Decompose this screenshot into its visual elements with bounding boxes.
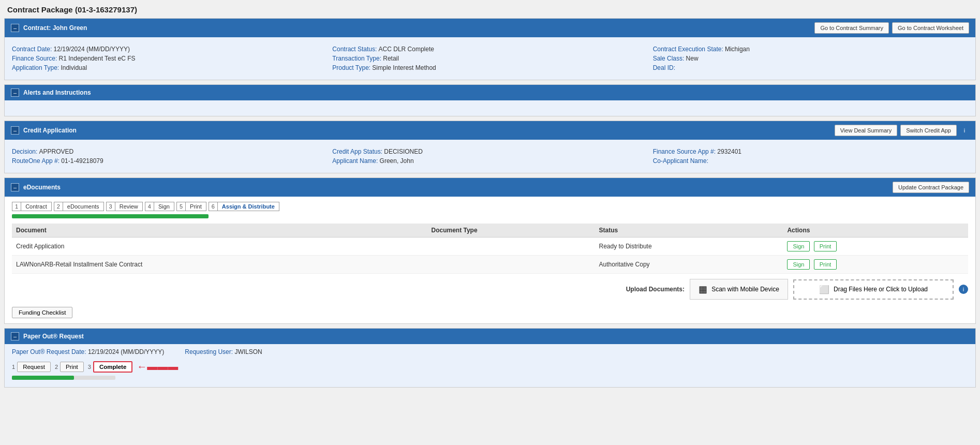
edocs-steps-bar: 1 Contract 2 eDocuments 3 Review 4 Sign … bbox=[12, 202, 968, 211]
paper-requesting-user-value: JWILSON bbox=[234, 348, 262, 355]
paper-out-collapse-btn[interactable]: – bbox=[11, 332, 19, 340]
transaction-type-label: Transaction Type: bbox=[332, 55, 381, 62]
step-4-label[interactable]: Sign bbox=[154, 202, 174, 211]
paper-out-section: – Paper Out® Request Paper Out® Request … bbox=[4, 328, 976, 388]
contract-status-field: Contract Status: ACC DLR Complete bbox=[332, 46, 647, 53]
step-2-label[interactable]: eDocuments bbox=[63, 202, 104, 211]
drag-upload-button[interactable]: ⬜ Drag Files Here or Click to Upload bbox=[793, 279, 954, 300]
finance-source-app-label: Finance Source App #: bbox=[653, 148, 716, 155]
paper-out-header: – Paper Out® Request bbox=[5, 329, 975, 344]
document-table-body: Credit Application Ready to Distribute S… bbox=[12, 238, 968, 274]
finance-source-field: Finance Source: R1 Independent Test eC F… bbox=[12, 55, 327, 62]
arrow-indicator: ←▬▬▬ bbox=[137, 361, 178, 373]
step-2-num: 2 bbox=[54, 202, 63, 211]
alerts-header-left: – Alerts and Instructions bbox=[11, 88, 91, 97]
credit-info-icon[interactable]: i bbox=[960, 126, 969, 135]
credit-header-right: View Deal Summary Switch Credit App i bbox=[835, 125, 969, 136]
contract-collapse-btn[interactable]: – bbox=[11, 24, 19, 32]
scan-mobile-button[interactable]: ▦ Scan with Mobile Device bbox=[690, 279, 788, 300]
update-contract-package-button[interactable]: Update Contract Package bbox=[893, 182, 969, 193]
doc-actions-1: Sign Print bbox=[783, 238, 968, 256]
step-2-item: 2 eDocuments bbox=[54, 202, 104, 211]
edocs-progress-bar bbox=[12, 214, 209, 218]
step-3-label[interactable]: Review bbox=[115, 202, 143, 211]
complete-button[interactable]: Complete bbox=[93, 361, 132, 373]
finance-source-app-value: 2932401 bbox=[717, 148, 741, 155]
drag-button-label: Drag Files Here or Click to Upload bbox=[834, 286, 928, 293]
sale-class-label: Sale Class: bbox=[653, 55, 685, 62]
paper-request-date-label: Paper Out® Request Date: bbox=[12, 348, 86, 355]
application-type-label: Application Type: bbox=[12, 64, 59, 71]
credit-info-grid: Decision: APPROVED Credit App Status: DE… bbox=[12, 145, 968, 168]
finance-source-label: Finance Source: bbox=[12, 55, 57, 62]
applicant-name-label: Applicant Name: bbox=[332, 157, 378, 165]
switch-credit-app-button[interactable]: Switch Credit App bbox=[900, 125, 957, 136]
paper-out-steps: 1 Request 2 Print 3 Complete ←▬▬▬ bbox=[12, 361, 968, 373]
step-1-num: 1 bbox=[12, 202, 21, 211]
step-6-num: 6 bbox=[209, 202, 218, 211]
applicant-name-field: Applicant Name: Green, John bbox=[332, 157, 647, 165]
step-5-label[interactable]: Print bbox=[186, 202, 206, 211]
paper-step-3-num: 3 bbox=[88, 364, 91, 370]
upload-info-icon[interactable]: i bbox=[959, 285, 968, 294]
step-3-num: 3 bbox=[106, 202, 115, 211]
contract-body: Contract Date: 12/19/2024 (MM/DD/YYYY) C… bbox=[5, 37, 975, 80]
paper-step-2-num: 2 bbox=[55, 364, 58, 370]
applicant-name-value: Green, John bbox=[380, 157, 414, 165]
sign-button-2[interactable]: Sign bbox=[787, 259, 810, 270]
edocs-progress-fill bbox=[12, 214, 209, 218]
edocs-header: – eDocuments Update Contract Package bbox=[5, 178, 975, 197]
credit-title: Credit Application bbox=[23, 127, 77, 134]
edocs-header-right: Update Contract Package bbox=[893, 182, 969, 193]
paper-out-body: Paper Out® Request Date: 12/19/2024 (MM/… bbox=[5, 344, 975, 387]
step-4-num: 4 bbox=[145, 202, 154, 211]
doc-type-2 bbox=[427, 256, 595, 274]
step-5-num: 5 bbox=[176, 202, 186, 211]
step-6-label[interactable]: Assign & Distribute bbox=[218, 202, 279, 211]
page-title: Contract Package (01-3-163279137) bbox=[0, 0, 980, 18]
print-button-2[interactable]: Print bbox=[814, 259, 837, 270]
transaction-type-value: Retail bbox=[383, 55, 399, 62]
print-button-1[interactable]: Print bbox=[814, 241, 837, 251]
alerts-collapse-btn[interactable]: – bbox=[11, 88, 19, 97]
sign-button-1[interactable]: Sign bbox=[787, 241, 810, 251]
finance-source-app-field: Finance Source App #: 2932401 bbox=[653, 148, 968, 155]
sale-class-field: Sale Class: New bbox=[653, 55, 968, 62]
credit-collapse-btn[interactable]: – bbox=[11, 126, 19, 135]
view-deal-summary-button[interactable]: View Deal Summary bbox=[835, 125, 897, 136]
edocs-header-left: – eDocuments bbox=[11, 183, 61, 191]
contract-info-grid: Contract Date: 12/19/2024 (MM/DD/YYYY) C… bbox=[12, 42, 968, 75]
table-row: LAWNonARB-Retail Installment Sale Contra… bbox=[12, 256, 968, 274]
product-type-value: Simple Interest Method bbox=[372, 64, 436, 71]
contract-execution-value: Michigan bbox=[725, 46, 750, 53]
routeone-app-field: RouteOne App #: 01-1-49218079 bbox=[12, 157, 327, 165]
edocs-collapse-btn[interactable]: – bbox=[11, 183, 19, 191]
edocs-section: – eDocuments Update Contract Package 1 C… bbox=[4, 177, 976, 324]
go-to-contract-worksheet-button[interactable]: Go to Contract Worksheet bbox=[892, 22, 969, 34]
product-type-label: Product Type: bbox=[332, 64, 370, 71]
paper-requesting-user-field: Requesting User: JWILSON bbox=[185, 348, 262, 355]
contract-header-right: Go to Contract Summary Go to Contract Wo… bbox=[814, 22, 969, 34]
upload-row: Upload Documents: ▦ Scan with Mobile Dev… bbox=[12, 279, 968, 300]
edocs-title: eDocuments bbox=[23, 184, 61, 191]
contract-title: Contract: John Green bbox=[23, 24, 87, 32]
contract-section: – Contract: John Green Go to Contract Su… bbox=[4, 18, 976, 80]
doc-actions-2: Sign Print bbox=[783, 256, 968, 274]
request-button[interactable]: Request bbox=[17, 362, 51, 372]
paper-step-3: 3 Complete bbox=[88, 361, 133, 373]
col-document-type: Document Type bbox=[427, 224, 595, 238]
paper-request-date-field: Paper Out® Request Date: 12/19/2024 (MM/… bbox=[12, 348, 164, 355]
contract-status-value: ACC DLR Complete bbox=[379, 46, 434, 53]
funding-checklist-button[interactable]: Funding Checklist bbox=[12, 307, 72, 318]
col-actions: Actions bbox=[783, 224, 968, 238]
print-step-button[interactable]: Print bbox=[60, 362, 84, 372]
application-type-field: Application Type: Individual bbox=[12, 64, 327, 71]
scan-icon: ▦ bbox=[699, 284, 707, 295]
col-document: Document bbox=[12, 224, 427, 238]
application-type-value: Individual bbox=[61, 64, 87, 71]
decision-field: Decision: APPROVED bbox=[12, 148, 327, 155]
step-1-label[interactable]: Contract bbox=[21, 202, 52, 211]
go-to-contract-summary-button[interactable]: Go to Contract Summary bbox=[814, 22, 889, 34]
contract-date-value: 12/19/2024 (MM/DD/YYYY) bbox=[54, 46, 130, 53]
routeone-app-value: 01-1-49218079 bbox=[61, 157, 103, 165]
